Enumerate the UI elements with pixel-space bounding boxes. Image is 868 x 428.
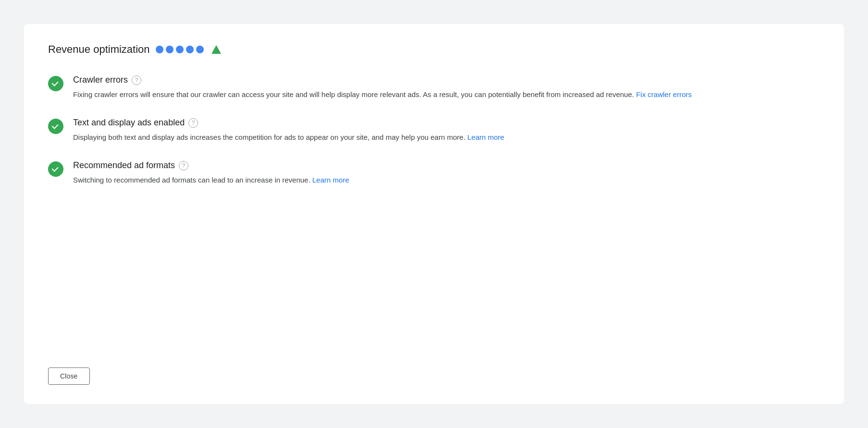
recommended-ad-formats-description: Switching to recommended ad formats can … [73, 174, 820, 186]
check-icon-text-display [48, 119, 63, 134]
revenue-optimization-card: Revenue optimization Crawler errors ? Fi… [24, 24, 844, 404]
recommended-formats-learn-more-link[interactable]: Learn more [312, 176, 349, 184]
text-display-ads-header: Text and display ads enabled ? [73, 118, 820, 128]
crawler-errors-section: Crawler errors ? Fixing crawler errors w… [48, 75, 820, 100]
crawler-errors-header: Crawler errors ? [73, 75, 820, 85]
text-display-learn-more-link[interactable]: Learn more [467, 133, 504, 141]
fix-crawler-errors-link[interactable]: Fix crawler errors [636, 90, 692, 98]
dot-2 [166, 46, 174, 53]
recommended-ad-formats-header: Recommended ad formats ? [73, 160, 820, 171]
close-button[interactable]: Close [48, 367, 90, 385]
check-icon-recommended [48, 161, 63, 177]
crawler-errors-title: Crawler errors [73, 75, 128, 85]
recommended-ad-formats-content: Recommended ad formats ? Switching to re… [73, 160, 820, 186]
recommended-ad-formats-title: Recommended ad formats [73, 160, 175, 171]
text-display-ads-title: Text and display ads enabled [73, 118, 185, 128]
page-title: Revenue optimization [48, 43, 150, 56]
text-display-ads-content: Text and display ads enabled ? Displayin… [73, 118, 820, 143]
card-header: Revenue optimization [48, 43, 820, 56]
trend-up-icon [211, 45, 221, 54]
progress-dots [156, 46, 204, 53]
recommended-ad-formats-section: Recommended ad formats ? Switching to re… [48, 160, 820, 186]
dot-4 [186, 46, 194, 53]
dot-1 [156, 46, 163, 53]
dot-3 [176, 46, 184, 53]
dot-5 [196, 46, 204, 53]
crawler-errors-help-icon[interactable]: ? [132, 75, 141, 85]
text-display-ads-help-icon[interactable]: ? [188, 118, 198, 128]
check-icon-crawler [48, 76, 63, 91]
recommended-ad-formats-help-icon[interactable]: ? [179, 161, 188, 171]
crawler-errors-description: Fixing crawler errors will ensure that o… [73, 89, 820, 100]
crawler-errors-content: Crawler errors ? Fixing crawler errors w… [73, 75, 820, 100]
text-display-ads-section: Text and display ads enabled ? Displayin… [48, 118, 820, 143]
text-display-ads-description: Displaying both text and display ads inc… [73, 132, 820, 143]
